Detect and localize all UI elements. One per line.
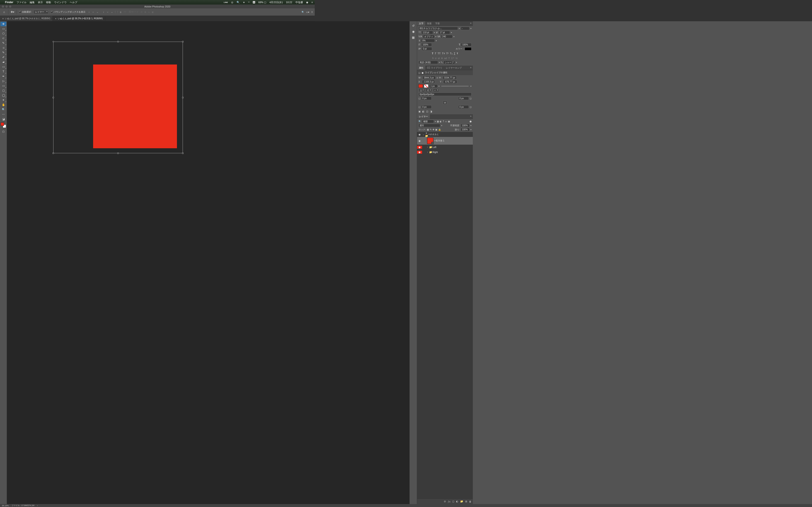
close-icon[interactable]: ×	[2, 17, 4, 20]
tools-panel: ✥ ▭ ⬠ ⊂ ✎ ⟃ ✎ ✐ ▰ ▭ T ✒ ▷ ▭ ▢ ◯ ✶ ✋ 🔍 ⋯ …	[0, 21, 7, 196]
brush-tool[interactable]: ✐	[0, 55, 6, 60]
hand-tool[interactable]: ✋	[0, 103, 6, 107]
window-zoom-icon[interactable]	[9, 5, 11, 8]
menu-edit[interactable]: 編集	[30, 1, 35, 4]
foreground-color-swatch[interactable]	[1, 122, 4, 126]
resize-handle[interactable]	[53, 41, 54, 42]
3d-slide-icon: ⇔	[148, 11, 150, 13]
menu-file[interactable]: ファイル	[16, 1, 27, 4]
menubar-date[interactable]: 4月22日(水)	[269, 1, 283, 4]
options-bar: ⌂ ✥▾ 自動選択: レイヤー バウンディングボックスを表示 ⫞ ⫟ ⫠ ⫞ ⫟…	[0, 8, 315, 16]
move-tool-icon[interactable]: ✥▾	[10, 10, 15, 14]
more-align-icon[interactable]: ⋯	[123, 10, 127, 14]
eraser-tool[interactable]: ▰	[0, 60, 6, 64]
align-left-icon[interactable]: ⫞	[87, 10, 91, 14]
auto-select-type-dropdown[interactable]: レイヤー	[34, 10, 48, 14]
path-select-tool[interactable]: ▷	[0, 79, 6, 83]
menubar-user[interactable]: 中塩優	[295, 1, 303, 4]
document-tab-2[interactable]: × いぬくん.psd @ 38.2% (+長方形 1, RGB/8#)	[53, 16, 105, 21]
polygon-lasso-tool[interactable]: ⬠	[0, 31, 6, 36]
align-top-icon[interactable]: ⫞	[102, 10, 105, 14]
edit-toolbar-icon[interactable]: ⋯	[0, 112, 6, 117]
align-vcenter-icon[interactable]: ⫟	[106, 10, 110, 14]
3d-orbit-icon: ⟳	[141, 11, 143, 13]
ellipse-tool[interactable]: ◯	[0, 93, 6, 98]
zoom-tool[interactable]: 🔍	[0, 107, 6, 112]
resize-handle[interactable]	[182, 97, 184, 98]
workspace-icon[interactable]: ▭▾	[306, 11, 309, 13]
align-hcenter-icon[interactable]: ⫟	[92, 10, 95, 14]
input-source-icon[interactable]: A	[253, 1, 255, 3]
quickmask-icon[interactable]: ◻	[0, 129, 6, 134]
battery-text[interactable]: 68% ▢	[258, 1, 266, 4]
notification-center-icon[interactable]: ≡	[311, 1, 313, 4]
color-swatches[interactable]	[1, 122, 6, 128]
auto-select-checkbox[interactable]: 自動選択:	[18, 10, 32, 13]
pen-tool[interactable]: ✒	[0, 74, 6, 78]
magic-wand-tool[interactable]: ✎	[0, 41, 6, 45]
document-tab-1[interactable]: × いぬくん.psd @ 66.7% (+オオカミ, RGB/8#)	[0, 16, 53, 21]
resize-handle[interactable]	[182, 153, 184, 154]
window-title: Adobe Photoshop 2020	[144, 5, 170, 8]
menu-app-name[interactable]: Finder	[5, 1, 13, 4]
home-icon[interactable]: ⌂	[2, 10, 6, 14]
siri-icon[interactable]: ◉	[306, 1, 308, 4]
menu-view[interactable]: 表示	[38, 1, 43, 4]
rectangle-shape-tool[interactable]: ▭	[0, 83, 6, 88]
3d-camera-icon: ▣	[152, 11, 154, 13]
gradient-tool[interactable]: ▭	[0, 64, 6, 69]
window-close-icon[interactable]	[2, 5, 4, 8]
menubar-time[interactable]: 10:22	[286, 1, 292, 4]
align-bottom-icon[interactable]: ⫠	[110, 10, 114, 14]
type-tool[interactable]: T	[0, 69, 6, 74]
rounded-rect-tool[interactable]: ▢	[0, 88, 6, 93]
window-titlebar: Adobe Photoshop 2020	[0, 5, 315, 8]
3d-mode-label: 3Dモード:	[129, 10, 139, 13]
search-icon[interactable]: 🔍	[302, 11, 304, 13]
color-reset-icon[interactable]: ◪	[0, 117, 6, 121]
custom-shape-tool[interactable]: ✶	[0, 98, 6, 102]
wifi-icon[interactable]: ⌔	[248, 1, 250, 4]
spotlight-icon[interactable]: 🔍	[237, 1, 240, 4]
bluetooth-icon[interactable]: ∗	[243, 1, 245, 4]
resize-handle[interactable]	[117, 41, 119, 42]
shape-rectangle[interactable]	[93, 64, 177, 148]
resize-handle[interactable]	[53, 153, 54, 154]
move-tool[interactable]: ✥	[0, 22, 6, 26]
resize-handle[interactable]	[53, 97, 54, 98]
close-icon[interactable]: ×	[55, 17, 56, 20]
bounding-box[interactable]	[53, 42, 183, 153]
os-menubar: Finder ファイル 編集 表示 移動 ウインドウ ヘルプ LINE ◎ 🔍 …	[0, 0, 315, 5]
resize-handle[interactable]	[182, 41, 184, 42]
menu-go[interactable]: 移動	[46, 1, 51, 4]
share-icon[interactable]: ⇪	[311, 11, 313, 13]
cc-icon[interactable]: ◎	[231, 1, 233, 4]
3d-pan-icon: ✥	[144, 11, 146, 13]
menu-window[interactable]: ウインドウ	[54, 1, 67, 4]
align-right-icon[interactable]: ⫠	[96, 10, 99, 14]
lasso-tool[interactable]: ⊂	[0, 36, 6, 41]
rect-marquee-tool[interactable]: ▭	[0, 26, 6, 31]
canvas[interactable]	[7, 21, 315, 196]
distribute-icon[interactable]: ⋮⋮	[115, 10, 118, 14]
document-tabs: × いぬくん.psd @ 66.7% (+オオカミ, RGB/8#) × いぬく…	[0, 16, 315, 21]
statusitem-line[interactable]: LINE	[224, 1, 228, 3]
show-bounding-box-checkbox[interactable]: バウンディングボックスを表示	[50, 10, 86, 13]
distribute-h-icon[interactable]: ⫼	[119, 10, 122, 14]
menu-help[interactable]: ヘルプ	[70, 1, 77, 4]
window-minimize-icon[interactable]	[5, 5, 8, 8]
align-group: ⫞ ⫟ ⫠ ⫞ ⫟ ⫠ ⋮⋮ ⫼ ⋯	[87, 10, 127, 14]
resize-handle[interactable]	[117, 153, 119, 154]
crop-tool[interactable]: ⟃	[0, 46, 6, 50]
eyedropper-tool[interactable]: ✎	[0, 50, 6, 55]
tab-label: いぬくん.psd @ 66.7% (+オオカミ, RGB/8#)	[5, 17, 50, 20]
tab-label: いぬくん.psd @ 38.2% (+長方形 1, RGB/8#)	[58, 17, 103, 20]
